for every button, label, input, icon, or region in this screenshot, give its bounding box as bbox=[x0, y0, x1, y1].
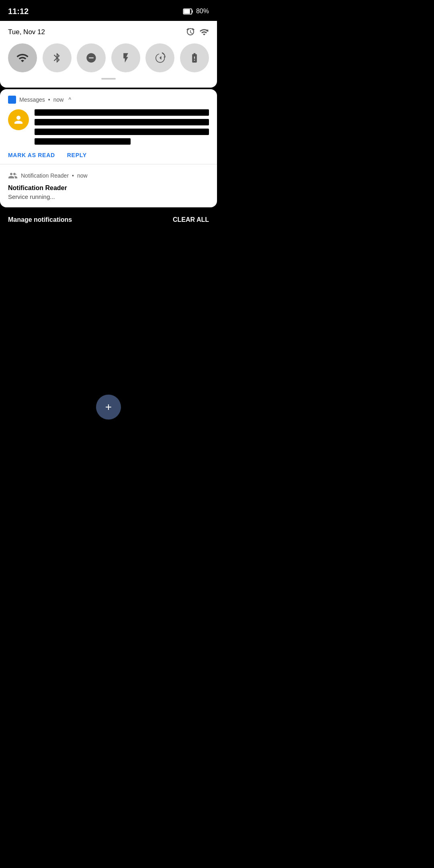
redacted-line-2 bbox=[35, 119, 209, 125]
clear-all-button[interactable]: CLEAR ALL bbox=[173, 216, 209, 223]
qs-tile-bluetooth[interactable] bbox=[43, 43, 72, 72]
messages-chevron[interactable]: ^ bbox=[68, 96, 71, 103]
messages-time: now bbox=[53, 96, 64, 103]
manage-notifications-button[interactable]: Manage notifications bbox=[8, 216, 72, 223]
messages-notification: Messages • now ^ MARK AS READ REPLY bbox=[0, 89, 217, 164]
svg-rect-1 bbox=[184, 9, 190, 14]
qs-handle bbox=[8, 78, 209, 80]
status-bar: 11:12 80% bbox=[0, 0, 217, 21]
fab-button[interactable]: + bbox=[96, 395, 121, 420]
notification-reader-header: Notification Reader • now bbox=[8, 171, 209, 180]
notification-panel: Messages • now ^ MARK AS READ REPLY bbox=[0, 89, 217, 207]
battery-text: 80% bbox=[196, 8, 209, 15]
svg-rect-2 bbox=[192, 10, 192, 13]
qs-tile-wifi[interactable] bbox=[8, 43, 37, 72]
messages-actions: MARK AS READ REPLY bbox=[8, 151, 209, 158]
messages-lines bbox=[35, 109, 209, 145]
bottom-bar: Manage notifications CLEAR ALL bbox=[0, 209, 217, 231]
messages-app-name: Messages bbox=[19, 96, 45, 103]
redacted-line-4 bbox=[35, 138, 131, 145]
alarm-icon bbox=[186, 27, 195, 37]
fab-plus-icon: + bbox=[105, 401, 112, 414]
messages-app-icon bbox=[8, 96, 16, 104]
signal-icon bbox=[199, 27, 209, 37]
messages-dot: • bbox=[48, 96, 50, 103]
qs-handle-bar bbox=[101, 78, 116, 80]
messages-notif-content bbox=[8, 109, 209, 145]
battery-icon bbox=[182, 6, 194, 17]
messages-notif-header: Messages • now ^ bbox=[8, 96, 209, 104]
redacted-line-1 bbox=[35, 109, 209, 116]
qs-date: Tue, Nov 12 bbox=[8, 28, 45, 36]
person-icon bbox=[12, 114, 25, 126]
mark-as-read-button[interactable]: MARK AS READ bbox=[8, 152, 55, 158]
qs-tiles bbox=[8, 43, 209, 72]
notification-reader-app-name: Notification Reader bbox=[21, 172, 69, 179]
qs-tile-rotate[interactable] bbox=[145, 43, 174, 72]
notification-reader-dot: • bbox=[72, 172, 74, 179]
qs-header-icons bbox=[186, 27, 209, 37]
notification-reader-item: Notification Reader • now Notification R… bbox=[0, 164, 217, 207]
status-icons: 80% bbox=[182, 6, 209, 17]
notification-reader-icon bbox=[8, 171, 18, 180]
qs-tile-dnd[interactable] bbox=[77, 43, 106, 72]
notification-reader-title: Notification Reader bbox=[8, 184, 209, 192]
status-time: 11:12 bbox=[8, 7, 29, 16]
notification-reader-subtitle: Service running... bbox=[8, 193, 209, 200]
messages-avatar bbox=[8, 109, 29, 130]
notification-reader-time: now bbox=[77, 172, 88, 179]
qs-header: Tue, Nov 12 bbox=[8, 27, 209, 37]
reply-button[interactable]: REPLY bbox=[67, 152, 87, 158]
quick-settings-panel: Tue, Nov 12 bbox=[0, 21, 217, 88]
qs-tile-battery-saver[interactable] bbox=[180, 43, 209, 72]
qs-tile-flashlight[interactable] bbox=[111, 43, 140, 72]
redacted-line-3 bbox=[35, 129, 209, 135]
